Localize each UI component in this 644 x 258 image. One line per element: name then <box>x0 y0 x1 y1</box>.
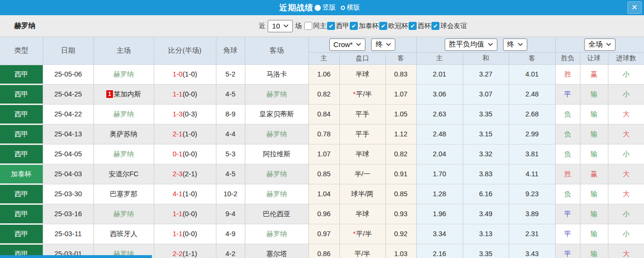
cell-goals-result: 大 <box>608 184 644 204</box>
league-badge: 加泰杯 <box>0 165 43 183</box>
subcol-avg-home: 主 <box>416 52 463 64</box>
cell-corners: 9-4 <box>216 204 245 224</box>
away-team-name: 巴伦西亚 <box>263 210 290 218</box>
radio-vertical-label: 竖版 <box>323 3 336 12</box>
cell-odds-home: 0.84 <box>308 104 339 124</box>
handicap-value: 平/半 <box>355 250 370 258</box>
cell-goals-result: 小 <box>608 224 644 244</box>
league-badge: 西甲 <box>0 125 43 143</box>
cell-odds-away: 0.82 <box>385 144 416 164</box>
same-home-checkbox[interactable] <box>304 22 312 30</box>
radio-horizontal-layout[interactable]: 横版 <box>341 3 360 12</box>
odds-group-header: Crow* 终 <box>308 37 416 52</box>
close-button[interactable]: ✕ <box>627 1 642 14</box>
league-filter-friendly[interactable]: ✔ 球会友谊 <box>431 22 467 30</box>
cell-avg-home: 2.16 <box>416 244 463 258</box>
cell-handicap: *半球 <box>339 64 385 84</box>
cell-date: 25-03-16 <box>43 204 93 224</box>
cell-score: 2-2(1-1) <box>154 244 216 258</box>
cell-handicap-result: 输 <box>580 184 608 204</box>
cell-avg-draw: 3.49 <box>463 204 509 224</box>
cell-odds-home: 0.82 <box>308 84 339 104</box>
same-home-label: 同主 <box>313 22 327 30</box>
away-team-name: 赫罗纳 <box>266 170 287 178</box>
cell-away-team: 赫罗纳 <box>245 84 308 104</box>
away-team-name: 塞尔塔 <box>266 250 287 258</box>
cell-avg-draw: 3.32 <box>463 144 509 164</box>
home-team-name: 赫罗纳 <box>113 210 134 218</box>
checkbox-checked-icon[interactable]: ✔ <box>379 22 387 30</box>
cell-home-team: 1莱加内斯 <box>93 84 154 104</box>
league-filter-copa[interactable]: ✔ 西杯 <box>409 22 431 30</box>
cell-odds-away: 0.83 <box>385 64 416 84</box>
home-team-name: 赫罗纳 <box>113 110 134 118</box>
cell-result: 平 <box>555 84 580 104</box>
cell-odds-away: 1.12 <box>385 124 416 144</box>
cell-away-team: 赫罗纳 <box>245 224 308 244</box>
cell-handicap-result: 输 <box>580 224 608 244</box>
subcol-handicap-result: 让球 <box>580 52 608 64</box>
cell-avg-away: 4.11 <box>509 164 555 184</box>
cell-odds-away: 1.05 <box>385 104 416 124</box>
avg-time-select[interactable]: 终 <box>503 38 527 51</box>
results-table: 类型 日期 主场 比分(半场) 角球 客场 Crow* 终 <box>0 37 644 258</box>
league-filter-champions[interactable]: ✔ 欧冠杯 <box>379 22 408 30</box>
cell-league-type: 加泰杯 <box>0 164 43 184</box>
chevron-down-icon <box>606 43 611 46</box>
cell-corners: 4-5 <box>216 164 245 184</box>
away-team-name: 马洛卡 <box>266 70 287 78</box>
cell-date: 25-05-06 <box>43 64 93 84</box>
layout-radio-group: 竖版 横版 <box>315 3 365 12</box>
full-time-score: 2-2 <box>173 250 183 258</box>
cell-odds-away: 0.93 <box>385 204 416 224</box>
col-header-league: 类型 <box>0 37 43 64</box>
league-filter-liga[interactable]: ✔ 西甲 <box>327 22 349 30</box>
chevron-down-icon <box>518 43 523 46</box>
cell-goals-result: 大 <box>608 244 644 258</box>
league-filter-label: 加泰杯 <box>359 22 379 30</box>
cell-league-type: 西甲 <box>0 224 43 244</box>
radio-vertical-layout[interactable]: 竖版 <box>315 3 336 12</box>
handicap-value: 球半/两 <box>351 190 374 198</box>
cell-result: 负 <box>555 104 580 124</box>
chevron-down-icon <box>386 43 391 46</box>
handicap-value: 半球 <box>355 210 369 218</box>
cell-handicap-result: 输 <box>580 104 608 124</box>
col-header-home: 主场 <box>93 37 154 64</box>
cell-avg-draw: 3.15 <box>463 124 509 144</box>
cell-home-team: 巴塞罗那 <box>93 184 154 204</box>
bookmaker-select[interactable]: Crow* <box>329 38 366 51</box>
odds-time-select-value: 终 <box>375 40 383 49</box>
odds-time-select[interactable]: 终 <box>371 38 395 51</box>
half-time-score: (0-0) <box>183 150 197 158</box>
home-team-name: 赫罗纳 <box>113 70 134 78</box>
checkbox-checked-icon[interactable]: ✔ <box>327 22 335 30</box>
result-group-header: 全场 <box>555 37 644 52</box>
cell-avg-draw: 3.83 <box>463 164 509 184</box>
cell-score: 1-1(0-0) <box>154 224 216 244</box>
table-row: 西甲 25-03-16 赫罗纳 1-1(0-0) 9-4 巴伦西亚 0.96 *… <box>0 204 644 224</box>
league-filter-label: 欧冠杯 <box>388 22 408 30</box>
cell-corners: 4-5 <box>216 84 245 104</box>
subcol-goals-result: 进球数 <box>608 52 644 64</box>
home-team-name: 奥萨苏纳 <box>110 130 138 138</box>
avg-odds-select[interactable]: 胜平负均值 <box>445 38 497 51</box>
home-team-name: 赫罗纳 <box>113 150 134 158</box>
cell-score: 1-1(0-0) <box>154 84 216 104</box>
league-filter-catalonia-cup[interactable]: ✔ 加泰杯 <box>350 22 379 30</box>
cell-odds-away: 1.03 <box>385 244 416 258</box>
checkbox-checked-icon[interactable]: ✔ <box>431 22 439 30</box>
subcol-odds-home: 主 <box>308 52 339 64</box>
cell-home-team: 赫罗纳 <box>93 104 154 124</box>
checkbox-checked-icon[interactable]: ✔ <box>350 22 358 30</box>
scope-select[interactable]: 全场 <box>584 38 616 51</box>
checkbox-checked-icon[interactable]: ✔ <box>409 22 417 30</box>
horizontal-scrollbar-thumb[interactable] <box>0 255 152 258</box>
cell-avg-away: 2.48 <box>509 84 555 104</box>
same-home-filter[interactable]: 同主 <box>304 22 327 30</box>
cell-handicap: *半球 <box>339 204 385 224</box>
away-team-name: 皇家贝蒂斯 <box>260 110 294 118</box>
cell-league-type: 西甲 <box>0 64 43 84</box>
recent-count-select[interactable]: 10 <box>268 20 293 32</box>
cell-corners: 4-4 <box>216 124 245 144</box>
